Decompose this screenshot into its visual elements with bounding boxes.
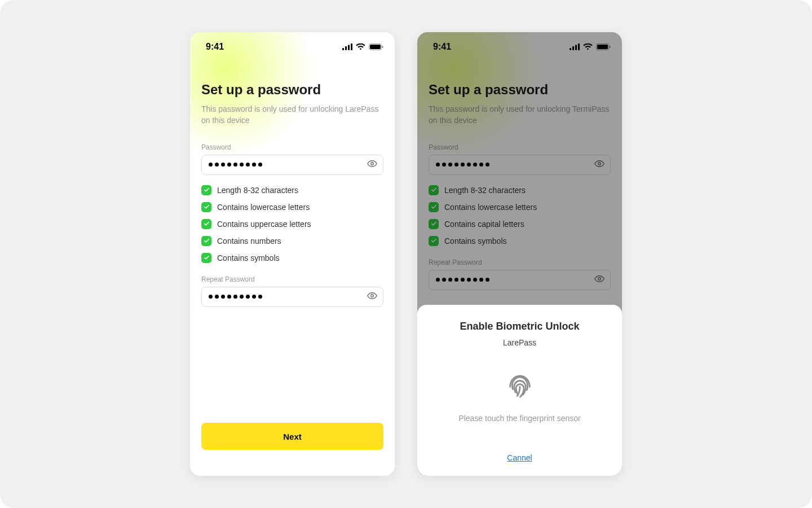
content-left: Set up a password This password is only … <box>190 82 395 307</box>
password-label: Password <box>201 143 383 151</box>
svg-rect-3 <box>351 43 352 50</box>
eye-icon[interactable] <box>367 291 377 303</box>
page-title: Set up a password <box>201 82 383 98</box>
repeat-password-label: Repeat Password <box>201 275 383 283</box>
password-rule: Length 8-32 characters <box>201 185 383 195</box>
check-icon <box>201 236 211 246</box>
rule-text: Contains numbers <box>217 237 281 246</box>
password-rule: Contains uppercase letters <box>201 219 383 229</box>
fingerprint-icon[interactable] <box>505 370 535 399</box>
wifi-icon <box>356 43 365 50</box>
status-bar: 9:41 <box>190 32 395 57</box>
repeat-password-dots <box>209 295 262 299</box>
svg-point-8 <box>371 294 374 297</box>
password-dots <box>209 163 262 167</box>
stage: 9:41 Set up a password This password is … <box>0 0 812 508</box>
svg-rect-6 <box>382 46 383 48</box>
next-button[interactable]: Next <box>201 423 383 450</box>
cancel-link[interactable]: Cannel <box>431 453 608 462</box>
repeat-password-input[interactable] <box>201 287 383 307</box>
password-rule: Contains symbols <box>201 253 383 263</box>
check-icon <box>201 185 211 195</box>
status-icons <box>342 43 383 50</box>
rule-text: Contains lowercase letters <box>217 203 310 212</box>
check-icon <box>201 219 211 229</box>
biometric-sheet: Enable Biometric Unlock LarePass Please … <box>417 305 622 476</box>
svg-rect-2 <box>348 45 350 51</box>
check-icon <box>201 202 211 212</box>
status-time: 9:41 <box>206 42 224 52</box>
battery-icon <box>369 43 383 50</box>
svg-rect-1 <box>345 46 347 50</box>
sheet-app-name: LarePass <box>431 338 608 347</box>
signal-icon <box>342 43 352 50</box>
password-rule: Contains lowercase letters <box>201 202 383 212</box>
password-rules: Length 8-32 charactersContains lowercase… <box>201 185 383 263</box>
phone-right: 9:41 Set up a password This password is … <box>417 32 622 476</box>
svg-point-7 <box>371 162 374 165</box>
password-input[interactable] <box>201 155 383 175</box>
eye-icon[interactable] <box>367 159 377 171</box>
page-subtitle: This password is only used for unlocking… <box>201 103 383 126</box>
check-icon <box>201 253 211 263</box>
phone-left: 9:41 Set up a password This password is … <box>190 32 395 476</box>
rule-text: Contains uppercase letters <box>217 220 311 229</box>
rule-text: Contains symbols <box>217 253 280 262</box>
sheet-message: Please touch the fingerprint sensor <box>431 414 608 423</box>
svg-rect-0 <box>342 48 344 50</box>
sheet-title: Enable Biometric Unlock <box>431 321 608 332</box>
rule-text: Length 8-32 characters <box>217 186 298 195</box>
svg-rect-5 <box>370 45 381 49</box>
password-rule: Contains numbers <box>201 236 383 246</box>
